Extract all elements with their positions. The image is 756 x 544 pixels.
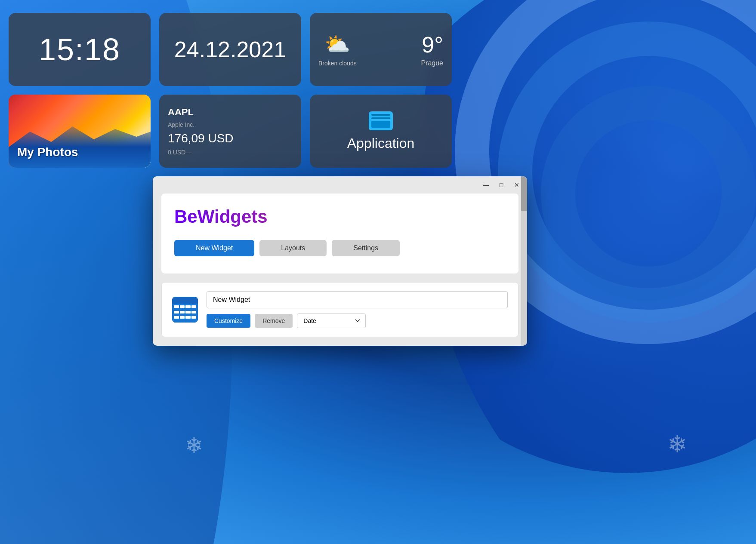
weather-content: ⛅ Broken clouds 9° Prague [318,32,443,67]
cal-dot-3 [185,305,191,308]
widget-actions: Customize Remove Date Time Weather Stock… [207,313,508,328]
weather-city: Prague [421,59,443,67]
cal-dot-1 [174,305,179,308]
dialog-titlebar: — □ ✕ [153,176,527,194]
calendar-icon-grid [172,304,198,323]
widget-card: Customize Remove Date Time Weather Stock… [172,291,508,328]
stock-change: 0 USD— [168,149,191,156]
cal-dot-9 [174,316,179,319]
widget-stock[interactable]: AAPL Apple Inc. 176,09 USD 0 USD— [159,95,301,168]
minimize-button[interactable]: — [479,180,493,190]
dialog-window: — □ ✕ BeWidgets New Widget Layouts Setti… [153,176,527,346]
weather-right: 9° Prague [421,32,443,67]
cal-dot-4 [191,305,197,308]
tab-settings[interactable]: Settings [332,240,400,256]
app-icon-bar1 [371,114,390,116]
photos-label: My Photos [17,145,78,159]
cal-dot-11 [185,316,191,319]
app-icon-bar2 [371,117,390,119]
weather-temperature: 9° [422,32,443,58]
calendar-icon-header [172,297,198,304]
weather-left: ⛅ Broken clouds [318,32,357,67]
app-label: Application [347,135,415,151]
widget-type-select[interactable]: Date Time Weather Stock Photos Applicati… [297,313,366,328]
tab-bar: New Widget Layouts Settings [174,240,506,256]
scrollbar-thumb[interactable] [521,176,527,211]
date-display: 24.12.2021 [174,37,286,62]
cal-dot-6 [180,311,185,313]
widget-weather[interactable]: ⛅ Broken clouds 9° Prague [310,13,452,86]
stock-price: 176,09 USD [168,132,234,145]
widget-name-input[interactable] [207,291,508,308]
remove-button[interactable]: Remove [255,314,293,328]
cal-dot-2 [180,305,185,308]
customize-button[interactable]: Customize [207,314,250,328]
weather-condition: Broken clouds [318,60,357,67]
dialog-content: BeWidgets New Widget Layouts Settings [161,194,518,274]
app-logo: BeWidgets [174,206,506,227]
widget-app[interactable]: Application [310,95,452,168]
stock-company: Apple Inc. [168,121,194,128]
app-icon-screen [371,121,390,128]
time-display: 15:18 [39,32,120,67]
scrollbar-track[interactable] [521,176,527,346]
maximize-button[interactable]: □ [494,180,508,190]
tab-new-widget[interactable]: New Widget [174,240,254,256]
stock-symbol: AAPL [168,107,194,118]
cal-dot-12 [191,316,197,319]
widget-time[interactable]: 15:18 [9,13,151,86]
weather-icon: ⛅ [324,32,350,56]
widget-form: Customize Remove Date Time Weather Stock… [207,291,508,328]
cal-dot-5 [174,311,179,313]
calendar-icon [172,297,198,323]
tab-layouts[interactable]: Layouts [259,240,327,256]
cal-dot-10 [180,316,185,319]
app-icon [369,111,393,130]
widget-card-section: Customize Remove Date Time Weather Stock… [161,282,518,337]
widget-photos[interactable]: My Photos [9,95,151,168]
cal-dot-7 [185,311,191,313]
widget-date[interactable]: 24.12.2021 [159,13,301,86]
cal-dot-8 [191,311,197,313]
